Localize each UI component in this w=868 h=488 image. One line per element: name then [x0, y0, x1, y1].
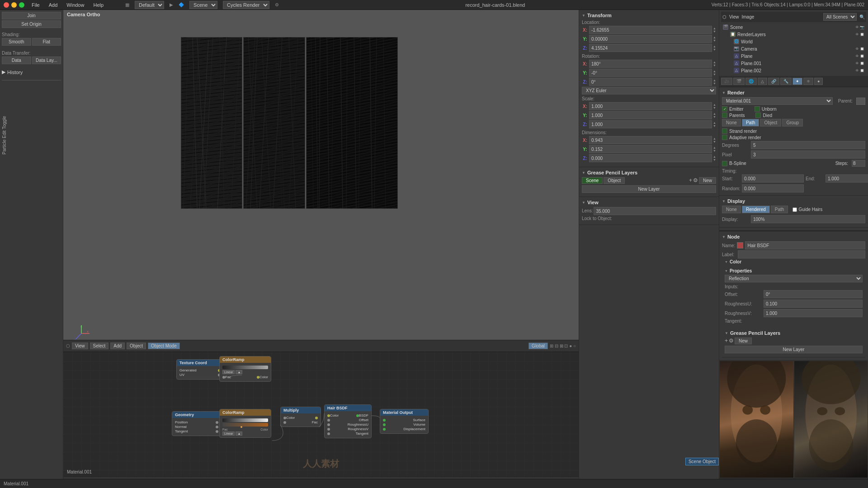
- pixel-input[interactable]: [751, 150, 865, 159]
- rotation-z-input[interactable]: [589, 78, 712, 86]
- eye3-icon[interactable]: 👁: [855, 54, 859, 58]
- prop-tab-object[interactable]: △: [758, 78, 767, 85]
- color-header[interactable]: Color: [725, 259, 863, 264]
- node-material-output[interactable]: Material Output Surface Volume Displacem…: [380, 409, 429, 434]
- display-pct-input[interactable]: [751, 215, 865, 223]
- node-label-input[interactable]: [738, 250, 865, 258]
- display-rendered-tab[interactable]: Rendered: [742, 206, 770, 213]
- down-arrow[interactable]: ▼: [713, 106, 716, 109]
- node-colorramp-top[interactable]: ColorRamp Linear ▲ FacColor: [219, 356, 271, 382]
- menu-window[interactable]: Window: [65, 1, 86, 9]
- properties-header[interactable]: Properties: [725, 268, 863, 273]
- emitter-checkbox[interactable]: ✓: [722, 106, 727, 112]
- roughness-u-input[interactable]: [764, 300, 863, 308]
- select-button[interactable]: Select: [90, 343, 109, 349]
- prop-tab-world[interactable]: 🌐: [745, 78, 757, 85]
- location-y-input[interactable]: [589, 35, 712, 43]
- roughness-v-input[interactable]: [764, 309, 863, 317]
- guide-hairs-checkbox[interactable]: [793, 207, 797, 212]
- down-arrow[interactable]: ▼: [713, 48, 716, 51]
- node-multiply[interactable]: Multiply Color Fac: [280, 407, 321, 427]
- gp-settings-icon[interactable]: ⚙: [693, 177, 698, 184]
- plane002-item[interactable]: △ Plane.002 👁 🔲: [721, 67, 866, 74]
- color-swatch[interactable]: [737, 242, 743, 249]
- up-arrow[interactable]: ▲: [713, 103, 716, 106]
- reflection-select[interactable]: Reflection: [725, 275, 863, 282]
- dim-y-arrows[interactable]: ▲▼: [713, 146, 716, 152]
- node-geometry[interactable]: Geometry Position Normal Tangent: [172, 411, 222, 436]
- end-input[interactable]: [826, 174, 868, 183]
- rotation-x-input[interactable]: [589, 60, 712, 68]
- gp2-settings-icon[interactable]: ⚙: [729, 338, 734, 344]
- viewport[interactable]: Camera Ortho: [63, 10, 579, 352]
- history-toggle[interactable]: ▶ History: [2, 69, 61, 75]
- render5-icon[interactable]: 🔲: [860, 69, 864, 73]
- up-arrow[interactable]: ▲: [713, 45, 716, 48]
- offset-input[interactable]: [764, 290, 863, 298]
- dim-y-input[interactable]: [589, 145, 712, 153]
- rotation-x-arrows[interactable]: ▲▼: [713, 61, 716, 67]
- location-y-arrows[interactable]: ▲▼: [713, 36, 716, 42]
- rotation-z-arrows[interactable]: ▲▼: [713, 79, 716, 85]
- gp-new-btn[interactable]: New: [699, 177, 716, 184]
- menu-help[interactable]: Help: [91, 1, 105, 9]
- down-arrow[interactable]: ▼: [713, 30, 716, 33]
- plane001-item[interactable]: △ Plane.001 👁 🔲: [721, 60, 866, 67]
- parents-checkbox[interactable]: [722, 113, 727, 118]
- scale-y-input[interactable]: [589, 111, 712, 119]
- render4-icon[interactable]: 🔲: [860, 61, 864, 66]
- reference-image-1[interactable]: [719, 361, 794, 478]
- down-arrow[interactable]: ▼: [713, 73, 716, 76]
- linear2-btn[interactable]: Linear: [222, 432, 235, 436]
- guide-hairs-label[interactable]: Guide Hairs: [793, 206, 822, 213]
- node-hair-bsdf[interactable]: Hair BSDF ColorBSDF Offset RoughnessU Ro…: [324, 404, 372, 438]
- scale-x-arrows[interactable]: ▲▼: [713, 103, 716, 109]
- outliner-image-label[interactable]: Image: [742, 14, 755, 19]
- gp-scene-btn[interactable]: Scene: [582, 177, 603, 184]
- bspline-checkbox[interactable]: [722, 161, 727, 166]
- scale-z-input[interactable]: [589, 120, 712, 128]
- euler-mode-select[interactable]: XYZ Euler: [582, 87, 716, 94]
- add-button[interactable]: Add: [110, 343, 125, 349]
- render-layers-item[interactable]: 📋 RenderLayers 👁 🔲: [721, 31, 866, 38]
- data-lay-button[interactable]: Data Lay...: [32, 56, 61, 64]
- down-arrow[interactable]: ▼: [713, 115, 716, 118]
- eye5-icon[interactable]: 👁: [855, 69, 859, 73]
- scene-select[interactable]: Scene: [189, 1, 217, 9]
- search-input-outliner[interactable]: 🔍: [859, 14, 865, 19]
- rotation-y-input[interactable]: [589, 69, 712, 77]
- path-group-tab[interactable]: Group: [782, 119, 803, 127]
- down-arrow[interactable]: ▼: [713, 149, 716, 152]
- parent-swatch[interactable]: [856, 98, 865, 105]
- data-button[interactable]: Data: [2, 56, 31, 64]
- linear-btn[interactable]: Linear: [222, 370, 235, 374]
- mode-select[interactable]: Default: [135, 1, 164, 9]
- smooth-button[interactable]: Smooth: [2, 38, 31, 46]
- up-arrow[interactable]: ▲: [713, 70, 716, 73]
- view-button[interactable]: View: [72, 343, 88, 349]
- path-path-tab[interactable]: Path: [742, 119, 760, 127]
- node-colorramp-bottom[interactable]: ColorRamp Fac Color Linear ▲: [219, 409, 271, 438]
- path-none-tab[interactable]: None: [722, 119, 741, 127]
- dim-z-arrows[interactable]: ▲▼: [713, 155, 716, 161]
- steps-input[interactable]: [852, 160, 865, 167]
- menu-file[interactable]: File: [30, 1, 42, 9]
- reference-image-2[interactable]: [794, 361, 868, 478]
- rotation-y-arrows[interactable]: ▲▼: [713, 70, 716, 76]
- orientation-button[interactable]: Global: [528, 343, 548, 349]
- died-checkbox[interactable]: [755, 113, 761, 118]
- down-arrow[interactable]: ▼: [713, 124, 716, 127]
- location-x-input[interactable]: [589, 26, 712, 34]
- gp-new-layer-btn[interactable]: New Layer: [582, 185, 716, 193]
- dim-x-arrows[interactable]: ▲▼: [713, 137, 716, 143]
- up-arrow[interactable]: ▲: [713, 137, 716, 140]
- degrees-input[interactable]: [751, 141, 865, 149]
- gp-add-icon[interactable]: +: [689, 177, 692, 184]
- close-button[interactable]: [4, 2, 9, 8]
- scenes-select[interactable]: All Scenes: [823, 13, 857, 21]
- random-input[interactable]: [742, 184, 804, 192]
- prop-tab-scene[interactable]: 🎬: [733, 78, 745, 85]
- eye4-icon[interactable]: 👁: [855, 61, 859, 66]
- restrict-icon[interactable]: 👁: [855, 47, 859, 51]
- location-x-arrows[interactable]: ▲▼: [713, 27, 716, 33]
